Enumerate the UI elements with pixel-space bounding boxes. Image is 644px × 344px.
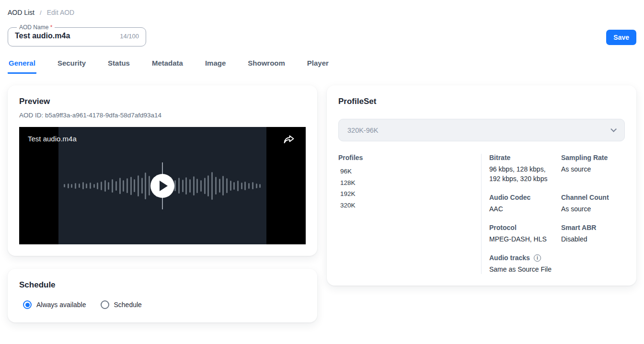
breadcrumb-separator: / xyxy=(40,9,42,16)
profile-item: 320K xyxy=(338,200,481,211)
radio-selected-icon[interactable] xyxy=(23,300,32,309)
aod-name-label: AOD Name * xyxy=(17,24,55,31)
share-icon[interactable] xyxy=(283,134,295,145)
radio-label: Always available xyxy=(36,301,86,309)
profileset-card: ProfileSet 320K-96K Profiles 96K 128K 19… xyxy=(327,85,636,286)
tab-general[interactable]: General xyxy=(8,59,36,74)
aod-id-text: AOD ID: b5a9ff3a-a961-4178-9dfa-58d7afd9… xyxy=(19,112,306,119)
schedule-title: Schedule xyxy=(19,280,306,290)
audio-player[interactable]: Test audio.m4a xyxy=(19,127,306,244)
aod-name-field[interactable]: AOD Name * 14/100 xyxy=(8,24,146,46)
preview-card: Preview AOD ID: b5a9ff3a-a961-4178-9dfa-… xyxy=(8,85,317,256)
tab-player[interactable]: Player xyxy=(306,59,330,74)
radio-schedule[interactable]: Schedule xyxy=(101,300,142,309)
detail-smart-abr: Smart ABR Disabled xyxy=(561,224,625,244)
profile-item: 96K xyxy=(338,166,481,177)
detail-empty xyxy=(561,254,625,274)
detail-protocol: Protocol MPEG-DASH, HLS xyxy=(489,224,561,244)
tab-image[interactable]: Image xyxy=(204,59,227,74)
breadcrumb: AOD List / Edit AOD xyxy=(8,0,636,16)
detail-audio-tracks: Audio tracks i Same as Source File xyxy=(489,254,561,274)
schedule-card: Schedule Always available Schedule xyxy=(8,269,317,322)
tab-status[interactable]: Status xyxy=(107,59,131,74)
tab-bar: General Security Status Metadata Image S… xyxy=(8,59,636,74)
profileset-selected-value: 320K-96K xyxy=(347,126,379,134)
detail-audio-codec: Audio Codec AAC xyxy=(489,194,561,214)
profileset-details: Profiles 96K 128K 192K 320K Bitrate 96 k… xyxy=(338,154,625,274)
detail-sampling-rate: Sampling Rate As source xyxy=(561,154,625,183)
aod-name-input[interactable] xyxy=(15,32,106,40)
radio-unselected-icon[interactable] xyxy=(101,300,109,309)
play-button[interactable] xyxy=(150,174,174,198)
detail-channel-count: Channel Count As source xyxy=(561,194,625,214)
save-button[interactable]: Save xyxy=(606,30,636,45)
player-media-title: Test audio.m4a xyxy=(28,135,77,143)
page: AOD List / Edit AOD AOD Name * 14/100 Sa… xyxy=(0,0,644,322)
required-asterisk: * xyxy=(50,24,53,31)
breadcrumb-edit-aod: Edit AOD xyxy=(47,9,75,16)
preview-title: Preview xyxy=(19,97,306,106)
breadcrumb-aod-list-link[interactable]: AOD List xyxy=(8,9,34,16)
tab-security[interactable]: Security xyxy=(57,59,87,74)
tab-metadata[interactable]: Metadata xyxy=(151,59,184,74)
char-counter: 14/100 xyxy=(120,33,139,40)
detail-bitrate: Bitrate 96 kbps, 128 kbps, 192 kbps, 320… xyxy=(489,154,561,183)
tab-showroom[interactable]: Showroom xyxy=(247,59,286,74)
profiles-header: Profiles xyxy=(338,154,481,161)
chevron-down-icon xyxy=(610,126,617,132)
schedule-options: Always available Schedule xyxy=(19,300,306,309)
profileset-title: ProfileSet xyxy=(338,97,625,106)
profile-item: 192K xyxy=(338,188,481,200)
profiles-column: Profiles 96K 128K 192K 320K xyxy=(338,154,481,274)
profile-item: 128K xyxy=(338,177,481,189)
radio-label: Schedule xyxy=(114,301,142,309)
profileset-select[interactable]: 320K-96K xyxy=(338,119,625,141)
radio-always-available[interactable]: Always available xyxy=(23,300,86,309)
info-icon[interactable]: i xyxy=(534,254,541,262)
vertical-divider xyxy=(481,154,482,274)
play-icon xyxy=(160,181,168,191)
form-header-row: AOD Name * 14/100 Save xyxy=(8,24,636,46)
